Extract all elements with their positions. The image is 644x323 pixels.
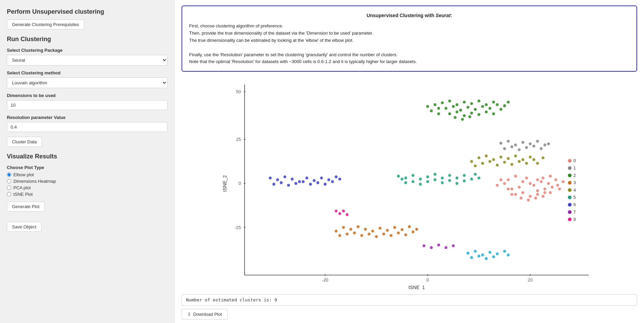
svg-point-153	[335, 176, 338, 179]
svg-point-110	[488, 160, 492, 163]
svg-point-196	[485, 257, 488, 260]
svg-point-107	[521, 158, 524, 161]
svg-point-62	[452, 105, 455, 108]
svg-point-118	[542, 156, 545, 159]
info-box: Unsupervised Clustering with Seurat: Fir…	[182, 5, 637, 72]
svg-point-34	[521, 191, 524, 194]
svg-point-88	[507, 140, 510, 143]
svg-point-129	[456, 177, 459, 180]
svg-point-78	[437, 107, 440, 110]
svg-point-97	[525, 146, 528, 149]
svg-point-101	[478, 156, 481, 159]
clustering-method-select[interactable]: Louvain algorithm	[7, 77, 168, 88]
svg-point-155	[280, 181, 283, 184]
svg-point-211	[568, 174, 572, 177]
svg-text:-25: -25	[235, 225, 241, 230]
svg-point-125	[426, 176, 429, 179]
section1-title: Perform Unsupervised clustering	[7, 8, 168, 15]
svg-point-172	[400, 228, 404, 231]
resolution-label: Resolution parameter Value	[7, 115, 168, 120]
radio-tsne-plot-label: tSNE Plot	[13, 192, 33, 197]
svg-point-184	[415, 228, 418, 231]
svg-text:tSNE_1: tSNE_1	[408, 285, 425, 290]
svg-point-147	[291, 178, 294, 181]
svg-point-79	[503, 104, 506, 107]
download-plot-label: Download Plot	[193, 312, 222, 317]
cluster-data-button[interactable]: Cluster Data	[7, 137, 42, 147]
svg-point-142	[474, 173, 477, 176]
svg-point-187	[467, 252, 470, 255]
save-object-button[interactable]: Save Object	[7, 222, 41, 232]
svg-point-173	[408, 225, 411, 228]
radio-dimensions-heatmap[interactable]	[7, 179, 11, 183]
generate-plot-button[interactable]: Generate Plot	[7, 202, 45, 212]
svg-point-124	[419, 178, 422, 181]
left-panel: Perform Unsupervised clustering Generate…	[0, 0, 175, 323]
svg-text:20: 20	[528, 278, 533, 283]
clustering-method-label: Select Clustering method	[7, 70, 168, 75]
radio-dimensions-heatmap-label: Dimensions Heatmap	[13, 179, 56, 184]
svg-point-189	[481, 253, 484, 256]
svg-point-148	[298, 180, 301, 183]
svg-point-119	[470, 160, 473, 163]
svg-point-151	[320, 177, 323, 180]
svg-point-203	[335, 210, 338, 213]
svg-point-165	[349, 228, 352, 231]
svg-point-49	[499, 178, 503, 181]
radio-tsne-plot[interactable]	[7, 192, 11, 196]
svg-point-194	[470, 256, 473, 259]
svg-point-89	[514, 144, 517, 147]
svg-point-104	[499, 156, 503, 159]
svg-point-92	[536, 140, 539, 143]
svg-point-111	[496, 164, 499, 167]
svg-point-146	[283, 176, 286, 179]
svg-point-57	[470, 102, 473, 105]
svg-point-166	[357, 225, 360, 228]
svg-point-112	[503, 161, 506, 164]
radio-pca-plot[interactable]	[7, 186, 11, 190]
svg-point-185	[335, 230, 338, 233]
dimensions-input[interactable]: 10	[7, 100, 168, 110]
svg-point-20	[529, 182, 532, 185]
svg-point-206	[346, 213, 349, 216]
svg-point-167	[364, 228, 367, 231]
svg-point-116	[532, 158, 535, 161]
svg-point-21	[518, 186, 521, 189]
svg-point-126	[434, 173, 437, 176]
svg-point-41	[527, 199, 530, 202]
resolution-input[interactable]: 0.4	[7, 122, 168, 132]
svg-point-141	[400, 178, 404, 181]
svg-text:-20: -20	[322, 278, 329, 283]
radio-elbow-plot[interactable]	[7, 172, 11, 177]
section3-title: Visualize Results	[7, 153, 168, 160]
svg-point-94	[503, 147, 506, 150]
svg-point-160	[316, 181, 319, 184]
svg-point-45	[556, 184, 559, 187]
download-plot-button[interactable]: ⇩ Download Plot	[182, 309, 228, 320]
svg-point-87	[499, 142, 503, 145]
svg-point-133	[411, 180, 414, 183]
svg-text:8: 8	[573, 217, 576, 222]
svg-point-136	[434, 178, 437, 181]
generate-prerequisites-button[interactable]: Generate Clustering Prerequisites	[7, 20, 84, 29]
svg-text:0: 0	[426, 278, 429, 283]
svg-point-207	[568, 159, 572, 163]
section2-title: Run Clustering	[7, 36, 168, 43]
svg-point-192	[503, 250, 506, 253]
svg-point-74	[485, 110, 488, 113]
svg-point-200	[437, 243, 440, 247]
svg-point-213	[568, 181, 572, 185]
svg-point-180	[389, 234, 393, 237]
svg-point-195	[478, 255, 481, 258]
svg-point-143	[478, 177, 481, 180]
info-title: Unsupervised Clustering with Seurat:	[189, 12, 630, 19]
svg-point-61	[445, 107, 448, 110]
svg-point-39	[510, 188, 513, 191]
svg-point-186	[338, 234, 342, 237]
tsne-chart: 50 25 0 -25 tSNE_2 -20 0 20	[182, 77, 637, 290]
svg-point-169	[379, 227, 382, 230]
svg-point-86	[468, 115, 471, 118]
svg-text:1: 1	[573, 166, 576, 171]
svg-point-114	[518, 160, 521, 163]
clustering-package-select[interactable]: Seurat	[7, 55, 168, 65]
